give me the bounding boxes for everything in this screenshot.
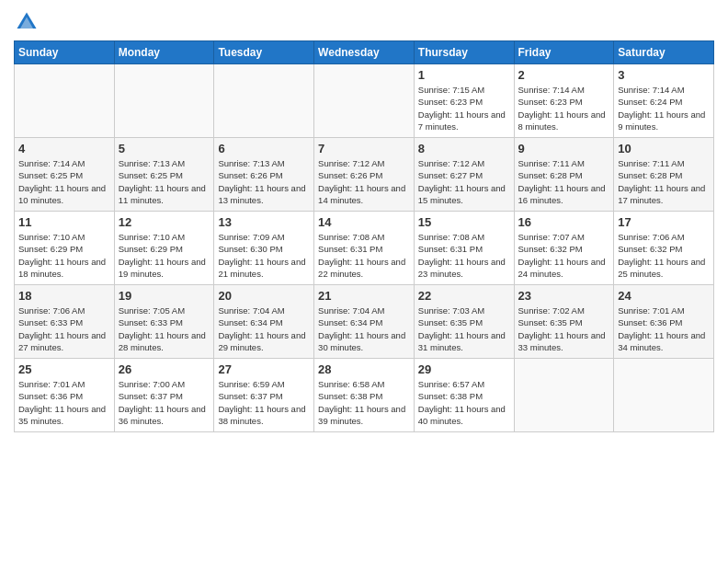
day-number: 24 — [618, 289, 710, 303]
calendar-cell: 22Sunrise: 7:03 AM Sunset: 6:35 PM Dayli… — [414, 285, 514, 359]
day-number: 29 — [418, 362, 510, 376]
calendar-cell — [314, 64, 415, 138]
logo — [14, 9, 43, 35]
day-detail: Sunrise: 7:15 AM Sunset: 6:23 PM Dayligh… — [418, 84, 510, 132]
calendar-cell: 12Sunrise: 7:10 AM Sunset: 6:29 PM Dayli… — [114, 212, 214, 285]
day-number: 22 — [418, 289, 510, 303]
day-number: 23 — [518, 289, 610, 303]
day-detail: Sunrise: 7:06 AM Sunset: 6:33 PM Dayligh… — [18, 304, 110, 353]
weekday-header-row: SundayMondayTuesdayWednesdayThursdayFrid… — [15, 41, 714, 64]
day-detail: Sunrise: 7:08 AM Sunset: 6:31 PM Dayligh… — [418, 231, 510, 280]
weekday-header-friday: Friday — [514, 41, 614, 64]
day-number: 16 — [518, 215, 610, 229]
calendar-table: SundayMondayTuesdayWednesdayThursdayFrid… — [14, 40, 714, 432]
calendar-cell: 7Sunrise: 7:12 AM Sunset: 6:26 PM Daylig… — [314, 138, 415, 212]
day-number: 10 — [618, 142, 710, 155]
day-detail: Sunrise: 7:06 AM Sunset: 6:32 PM Dayligh… — [618, 231, 710, 280]
week-row-1: 1Sunrise: 7:15 AM Sunset: 6:23 PM Daylig… — [15, 64, 714, 138]
day-detail: Sunrise: 7:14 AM Sunset: 6:24 PM Dayligh… — [618, 84, 710, 132]
weekday-header-monday: Monday — [114, 41, 214, 64]
day-detail: Sunrise: 7:12 AM Sunset: 6:27 PM Dayligh… — [418, 157, 510, 206]
calendar-cell: 5Sunrise: 7:13 AM Sunset: 6:25 PM Daylig… — [114, 138, 214, 212]
day-detail: Sunrise: 7:07 AM Sunset: 6:32 PM Dayligh… — [518, 231, 610, 280]
day-detail: Sunrise: 7:08 AM Sunset: 6:31 PM Dayligh… — [318, 231, 410, 280]
calendar-cell: 29Sunrise: 6:57 AM Sunset: 6:38 PM Dayli… — [414, 359, 514, 432]
calendar-cell — [214, 64, 314, 138]
day-detail: Sunrise: 7:10 AM Sunset: 6:29 PM Dayligh… — [119, 231, 210, 280]
weekday-header-sunday: Sunday — [15, 41, 115, 64]
day-number: 26 — [119, 362, 210, 376]
day-number: 11 — [18, 215, 110, 229]
day-number: 12 — [119, 215, 210, 229]
day-detail: Sunrise: 7:11 AM Sunset: 6:28 PM Dayligh… — [618, 157, 710, 206]
calendar-cell: 4Sunrise: 7:14 AM Sunset: 6:25 PM Daylig… — [15, 138, 115, 212]
logo-icon — [14, 9, 40, 35]
calendar-cell: 20Sunrise: 7:04 AM Sunset: 6:34 PM Dayli… — [214, 285, 314, 359]
day-number: 5 — [119, 142, 210, 155]
week-row-3: 11Sunrise: 7:10 AM Sunset: 6:29 PM Dayli… — [15, 212, 714, 285]
calendar-cell: 9Sunrise: 7:11 AM Sunset: 6:28 PM Daylig… — [514, 138, 614, 212]
day-detail: Sunrise: 7:10 AM Sunset: 6:29 PM Dayligh… — [18, 231, 110, 280]
day-number: 19 — [119, 289, 210, 303]
day-number: 8 — [418, 142, 510, 155]
calendar-cell — [15, 64, 115, 138]
week-row-2: 4Sunrise: 7:14 AM Sunset: 6:25 PM Daylig… — [15, 138, 714, 212]
day-detail: Sunrise: 6:59 AM Sunset: 6:37 PM Dayligh… — [218, 378, 310, 427]
calendar-cell — [614, 359, 714, 432]
day-detail: Sunrise: 7:01 AM Sunset: 6:36 PM Dayligh… — [18, 378, 110, 427]
day-detail: Sunrise: 7:04 AM Sunset: 6:34 PM Dayligh… — [218, 304, 310, 353]
calendar-cell: 18Sunrise: 7:06 AM Sunset: 6:33 PM Dayli… — [15, 285, 115, 359]
day-detail: Sunrise: 7:04 AM Sunset: 6:34 PM Dayligh… — [318, 304, 410, 353]
day-number: 7 — [318, 142, 410, 155]
day-detail: Sunrise: 7:13 AM Sunset: 6:25 PM Dayligh… — [119, 157, 210, 206]
day-detail: Sunrise: 7:02 AM Sunset: 6:35 PM Dayligh… — [518, 304, 610, 353]
day-number: 28 — [318, 362, 410, 376]
calendar-cell: 6Sunrise: 7:13 AM Sunset: 6:26 PM Daylig… — [214, 138, 314, 212]
page-container: SundayMondayTuesdayWednesdayThursdayFrid… — [0, 0, 728, 442]
day-detail: Sunrise: 7:14 AM Sunset: 6:25 PM Dayligh… — [18, 157, 110, 206]
day-number: 17 — [618, 215, 710, 229]
day-detail: Sunrise: 7:03 AM Sunset: 6:35 PM Dayligh… — [418, 304, 510, 353]
day-number: 14 — [318, 215, 410, 229]
calendar-cell: 23Sunrise: 7:02 AM Sunset: 6:35 PM Dayli… — [514, 285, 614, 359]
calendar-cell: 21Sunrise: 7:04 AM Sunset: 6:34 PM Dayli… — [314, 285, 415, 359]
calendar-cell: 28Sunrise: 6:58 AM Sunset: 6:38 PM Dayli… — [314, 359, 415, 432]
day-number: 25 — [18, 362, 110, 376]
weekday-header-saturday: Saturday — [614, 41, 714, 64]
calendar-cell: 1Sunrise: 7:15 AM Sunset: 6:23 PM Daylig… — [414, 64, 514, 138]
day-number: 20 — [218, 289, 310, 303]
calendar-cell: 24Sunrise: 7:01 AM Sunset: 6:36 PM Dayli… — [614, 285, 714, 359]
day-number: 6 — [218, 142, 310, 155]
day-detail: Sunrise: 7:01 AM Sunset: 6:36 PM Dayligh… — [618, 304, 710, 353]
day-number: 9 — [518, 142, 610, 155]
calendar-cell: 13Sunrise: 7:09 AM Sunset: 6:30 PM Dayli… — [214, 212, 314, 285]
day-number: 15 — [418, 215, 510, 229]
calendar-cell: 10Sunrise: 7:11 AM Sunset: 6:28 PM Dayli… — [614, 138, 714, 212]
day-detail: Sunrise: 6:58 AM Sunset: 6:38 PM Dayligh… — [318, 378, 410, 427]
calendar-cell — [514, 359, 614, 432]
day-number: 2 — [518, 68, 610, 82]
day-detail: Sunrise: 7:00 AM Sunset: 6:37 PM Dayligh… — [119, 378, 210, 427]
week-row-5: 25Sunrise: 7:01 AM Sunset: 6:36 PM Dayli… — [15, 359, 714, 432]
calendar-cell: 8Sunrise: 7:12 AM Sunset: 6:27 PM Daylig… — [414, 138, 514, 212]
header-row — [14, 9, 714, 35]
weekday-header-wednesday: Wednesday — [314, 41, 415, 64]
day-number: 18 — [18, 289, 110, 303]
calendar-cell: 11Sunrise: 7:10 AM Sunset: 6:29 PM Dayli… — [15, 212, 115, 285]
calendar-cell: 19Sunrise: 7:05 AM Sunset: 6:33 PM Dayli… — [114, 285, 214, 359]
weekday-header-tuesday: Tuesday — [214, 41, 314, 64]
day-detail: Sunrise: 7:09 AM Sunset: 6:30 PM Dayligh… — [218, 231, 310, 280]
calendar-cell: 17Sunrise: 7:06 AM Sunset: 6:32 PM Dayli… — [614, 212, 714, 285]
weekday-header-thursday: Thursday — [414, 41, 514, 64]
day-detail: Sunrise: 6:57 AM Sunset: 6:38 PM Dayligh… — [418, 378, 510, 427]
day-number: 27 — [218, 362, 310, 376]
day-number: 1 — [418, 68, 510, 82]
day-detail: Sunrise: 7:05 AM Sunset: 6:33 PM Dayligh… — [119, 304, 210, 353]
calendar-cell: 26Sunrise: 7:00 AM Sunset: 6:37 PM Dayli… — [114, 359, 214, 432]
day-number: 4 — [18, 142, 110, 155]
calendar-cell: 2Sunrise: 7:14 AM Sunset: 6:23 PM Daylig… — [514, 64, 614, 138]
day-detail: Sunrise: 7:11 AM Sunset: 6:28 PM Dayligh… — [518, 157, 610, 206]
calendar-cell — [114, 64, 214, 138]
calendar-cell: 16Sunrise: 7:07 AM Sunset: 6:32 PM Dayli… — [514, 212, 614, 285]
calendar-cell: 27Sunrise: 6:59 AM Sunset: 6:37 PM Dayli… — [214, 359, 314, 432]
